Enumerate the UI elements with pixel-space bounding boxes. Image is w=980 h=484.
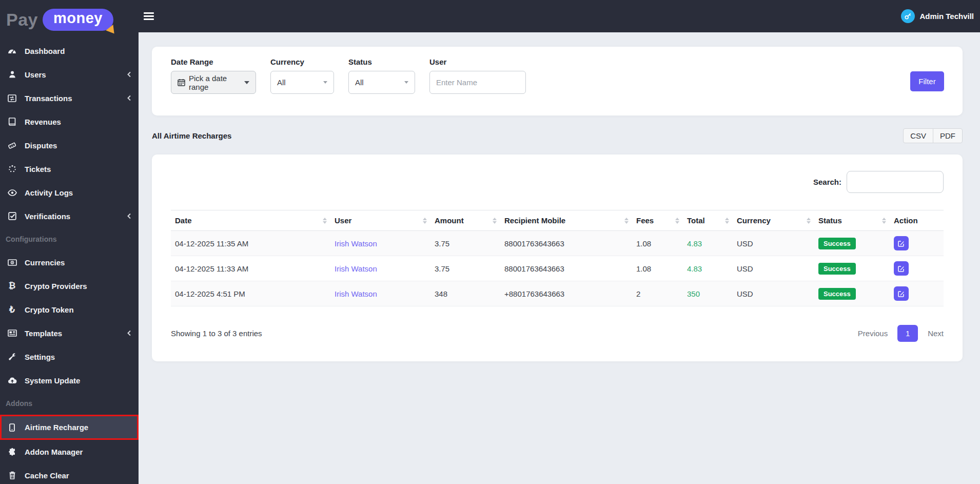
cell-date: 04-12-2025 11:35 AM (171, 231, 330, 256)
sort-icon (323, 218, 327, 224)
column-header-user[interactable]: User (330, 210, 430, 231)
filter-button[interactable]: Filter (910, 71, 944, 91)
dashboard-icon (6, 47, 18, 55)
sidebar-item-crypto-token[interactable]: ₺ Crypto Token (0, 298, 139, 321)
sidebar-item-label: Settings (25, 353, 55, 361)
status-select[interactable]: All (348, 71, 415, 94)
wrench-icon (6, 353, 18, 361)
cell-total: 350 (683, 281, 733, 306)
status-label: Status (348, 57, 415, 66)
cloud-upload-icon (6, 377, 18, 384)
calendar-icon (178, 79, 185, 86)
sidebar-nav: Dashboard Users Transactions Reven (0, 39, 139, 484)
sidebar-item-label: Airtime Recharge (25, 423, 88, 432)
puzzle-icon (6, 448, 18, 456)
sidebar-item-system-update[interactable]: System Update (0, 369, 139, 392)
sidebar-item-activity-logs[interactable]: Activity Logs (0, 181, 139, 204)
sidebar-item-users[interactable]: Users (0, 63, 139, 86)
cell-currency: USD (733, 256, 814, 281)
sort-icon (807, 218, 811, 224)
tickets-icon (6, 165, 18, 173)
sidebar-item-label: Currencies (25, 258, 65, 267)
column-header-status[interactable]: Status (814, 210, 890, 231)
currency-label: Currency (270, 57, 334, 66)
sidebar-item-tickets[interactable]: Tickets (0, 157, 139, 181)
disputes-icon (6, 142, 18, 149)
trash-icon (6, 471, 18, 479)
sidebar-item-label: Templates (25, 329, 62, 338)
sidebar-item-label: Users (25, 70, 46, 79)
logo-text-money: money (53, 10, 103, 26)
sort-icon (624, 218, 629, 224)
users-icon (6, 70, 18, 79)
sort-icon (675, 218, 679, 224)
templates-icon (6, 330, 18, 337)
hamburger-menu-icon[interactable] (144, 12, 154, 20)
export-csv-button[interactable]: CSV (903, 128, 933, 143)
previous-page-button[interactable]: Previous (858, 329, 888, 338)
cell-fees: 1.08 (632, 231, 683, 256)
current-page-button[interactable]: 1 (897, 325, 918, 342)
sidebar-section-addons: Addons (0, 392, 139, 415)
admin-user-menu[interactable]: Admin Techvill (901, 9, 974, 23)
page-title: All Airtime Recharges (152, 131, 231, 140)
currency-selected-value: All (277, 78, 286, 87)
cell-recipient-mobile: +8801763643663 (500, 281, 632, 306)
lira-token-icon: ₺ (6, 304, 18, 315)
sidebar-item-crypto-providers[interactable]: ₿ Crypto Providers (0, 274, 139, 298)
sidebar-item-templates[interactable]: Templates (0, 321, 139, 345)
sidebar-item-dashboard[interactable]: Dashboard (0, 39, 139, 63)
edit-icon (898, 240, 905, 247)
search-input[interactable] (847, 171, 944, 193)
cell-date: 04-12-2025 4:51 PM (171, 281, 330, 306)
column-header-fees[interactable]: Fees (632, 210, 683, 231)
column-header-currency[interactable]: Currency (733, 210, 814, 231)
cell-recipient-mobile: 88001763643663 (500, 231, 632, 256)
sidebar: Pay money Dashboard Users Transa (0, 0, 139, 484)
cell-recipient-mobile: 88001763643663 (500, 256, 632, 281)
cell-total: 4.83 (683, 231, 733, 256)
sidebar-item-label: Cache Clear (25, 471, 69, 480)
currencies-icon (6, 259, 18, 266)
user-name-input[interactable] (436, 78, 519, 87)
edit-icon (898, 291, 905, 297)
user-label: User (429, 57, 526, 66)
date-range-picker[interactable]: Pick a date range (171, 71, 256, 94)
export-pdf-button[interactable]: PDF (933, 128, 963, 143)
paymoney-logo[interactable]: Pay money (0, 0, 139, 39)
sidebar-item-currencies[interactable]: Currencies (0, 250, 139, 274)
next-page-button[interactable]: Next (928, 329, 944, 338)
filter-panel: Date Range Pick a date range Currency Al… (152, 47, 963, 115)
sidebar-item-airtime-recharge[interactable]: Airtime Recharge (0, 415, 139, 440)
user-name-field-wrap (429, 71, 526, 94)
sidebar-item-disputes[interactable]: Disputes (0, 133, 139, 157)
status-badge: Success (818, 263, 856, 275)
edit-action-button[interactable] (894, 261, 909, 276)
column-header-amount[interactable]: Amount (430, 210, 500, 231)
chevron-left-icon (127, 95, 131, 101)
sidebar-item-transactions[interactable]: Transactions (0, 86, 139, 110)
transactions-icon (6, 94, 18, 102)
main-content: Date Range Pick a date range Currency Al… (139, 32, 980, 484)
column-header-recipient-mobile[interactable]: Recipient Mobile (500, 210, 632, 231)
currency-select[interactable]: All (270, 71, 334, 94)
mobile-icon (6, 423, 18, 432)
edit-action-button[interactable] (894, 286, 909, 301)
export-buttons: CSV PDF (903, 128, 963, 143)
sidebar-item-addon-manager[interactable]: Addon Manager (0, 440, 139, 463)
user-link[interactable]: Irish Watson (335, 239, 377, 248)
sidebar-item-verifications[interactable]: Verifications (0, 204, 139, 228)
sidebar-item-label: Transactions (25, 94, 72, 103)
sidebar-item-label: Tickets (25, 165, 51, 173)
column-header-date[interactable]: Date (171, 210, 330, 231)
sidebar-item-settings[interactable]: Settings (0, 345, 139, 369)
table-row: 04-12-2025 11:33 AM Irish Watson 3.75 88… (171, 256, 944, 281)
column-header-total[interactable]: Total (683, 210, 733, 231)
sort-icon (493, 218, 497, 224)
sidebar-item-revenues[interactable]: Revenues (0, 110, 139, 133)
date-range-label: Date Range (171, 57, 256, 66)
edit-action-button[interactable] (894, 236, 909, 250)
sidebar-item-cache-clear[interactable]: Cache Clear (0, 463, 139, 484)
user-link[interactable]: Irish Watson (335, 289, 377, 298)
user-link[interactable]: Irish Watson (335, 264, 377, 273)
